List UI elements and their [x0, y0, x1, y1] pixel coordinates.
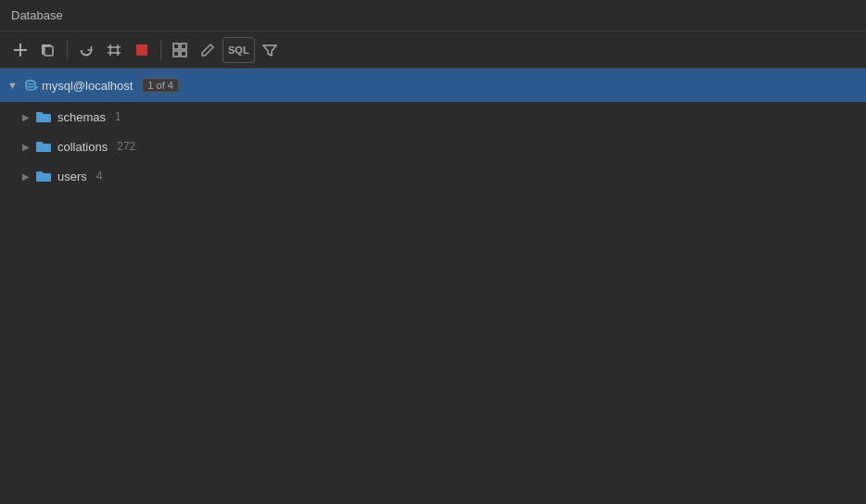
grid-button[interactable]: [167, 37, 193, 63]
panel-title: Database: [0, 0, 866, 32]
collations-label: collations: [57, 140, 108, 154]
refresh-icon: [79, 43, 94, 57]
chevron-down-icon: ▼: [7, 80, 18, 91]
edit-icon: [200, 43, 215, 57]
tree-area: ▼ mysql@localhost 1 of 4 ▶ schemas 1 ▶: [0, 69, 866, 504]
schemas-count: 1: [115, 110, 121, 123]
stop-icon: [134, 43, 149, 57]
root-badge: 1 of 4: [142, 78, 179, 93]
tree-item-schemas[interactable]: ▶ schemas 1: [0, 102, 866, 132]
folder-icon-users: [35, 170, 52, 183]
tree-item-collations[interactable]: ▶ collations 272: [0, 132, 866, 161]
database-connector-icon: [23, 78, 38, 93]
tree-root-node[interactable]: ▼ mysql@localhost 1 of 4: [0, 69, 866, 102]
chevron-right-icon-collations: ▶: [22, 142, 30, 152]
separator-1: [67, 41, 68, 59]
grid-icon: [172, 43, 187, 57]
svg-rect-0: [45, 46, 53, 56]
collations-count: 272: [117, 140, 135, 153]
svg-point-10: [26, 81, 35, 84]
chevron-right-icon-users: ▶: [22, 171, 30, 182]
separator-2: [160, 41, 161, 59]
chevron-right-icon-schemas: ▶: [22, 112, 30, 122]
svg-rect-9: [181, 51, 186, 57]
folder-icon-schemas: [35, 110, 52, 123]
svg-rect-6: [173, 44, 179, 49]
svg-rect-8: [173, 51, 179, 57]
filter-icon: [262, 43, 277, 57]
tree-item-users[interactable]: ▶ users 4: [0, 161, 866, 191]
users-count: 4: [96, 170, 103, 183]
edit-button[interactable]: [195, 37, 221, 63]
root-label: mysql@localhost: [42, 79, 133, 93]
panel-title-label: Database: [11, 8, 63, 22]
sql-button[interactable]: SQL: [223, 37, 255, 63]
stop-button[interactable]: [129, 37, 155, 63]
svg-rect-5: [136, 44, 147, 56]
add-icon: [13, 43, 28, 57]
copy-icon: [41, 43, 56, 57]
filter-button[interactable]: [257, 37, 283, 63]
schemas-label: schemas: [57, 110, 106, 124]
filter-alt-button[interactable]: [101, 37, 127, 63]
users-label: users: [57, 170, 87, 183]
add-button[interactable]: [7, 37, 33, 63]
toolbar: SQL: [0, 32, 866, 69]
copy-button[interactable]: [35, 37, 61, 63]
folder-icon-collations: [35, 140, 52, 153]
refresh-button[interactable]: [73, 37, 99, 63]
database-panel: Database: [0, 0, 866, 504]
svg-rect-7: [181, 44, 186, 49]
filter-alt-icon: [107, 43, 121, 57]
sql-label: SQL: [228, 44, 249, 56]
